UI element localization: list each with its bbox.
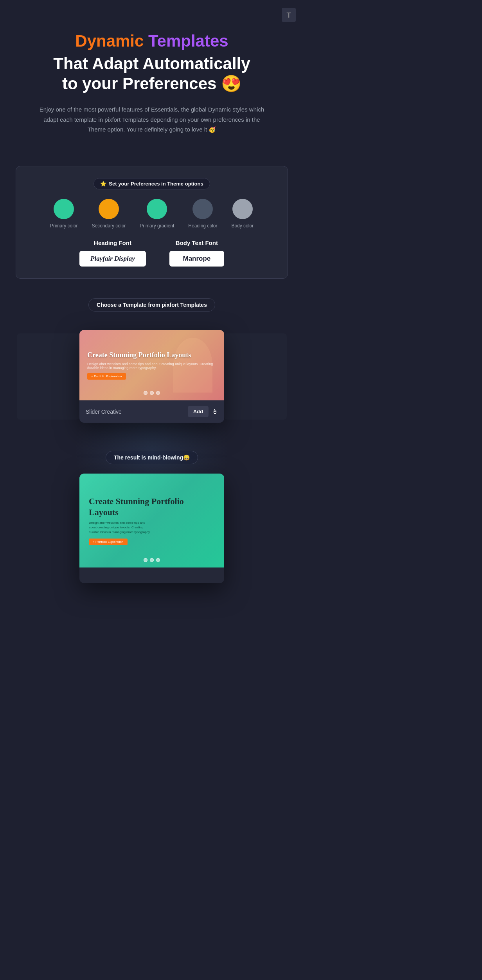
color-primary[interactable]: Primary color: [50, 199, 78, 229]
result-dot-3: [156, 558, 160, 562]
result-badge: The result is mind-blowing 😄: [106, 451, 198, 464]
dot-2: [150, 391, 154, 395]
color-body[interactable]: Body color: [231, 199, 254, 229]
primary-color-swatch[interactable]: [54, 199, 74, 219]
body-color-swatch[interactable]: [232, 199, 253, 219]
heading-font-pill[interactable]: Playfair Display: [79, 251, 146, 267]
dynamic-word: Dynamic: [75, 32, 144, 50]
choose-template-label: Choose a Template from pixfort Templates: [97, 302, 207, 308]
hero-title-line3: to your Preferences 😍: [16, 74, 288, 94]
template-preview-btn: + Portfolio Exploration: [87, 373, 126, 380]
template-main-card: Create Stunning Portfolio Layouts Design…: [79, 330, 224, 423]
hero-title-line2: That Adapt Automatically: [16, 54, 288, 74]
template-preview-body: Design after websites and some tips and …: [87, 362, 216, 370]
result-preview-area: Create Stunning Portfolio Layouts Design…: [79, 474, 224, 567]
result-label: The result is mind-blowing: [114, 454, 183, 461]
result-emoji: 😄: [183, 454, 190, 461]
body-font-group: Body Text Font Manrope: [169, 240, 224, 267]
badge-label: Set your Preferences in Theme options: [109, 181, 203, 187]
template-section: Create Stunning Portfolio Layouts Design…: [0, 326, 304, 427]
result-preview-btn: + Portfolio Exploration: [89, 539, 128, 545]
templates-word: Templates: [148, 32, 228, 50]
template-side-right: [224, 333, 287, 420]
result-preview-card: Create Stunning Portfolio Layouts Design…: [79, 474, 224, 583]
fonts-row: Heading Font Playfair Display Body Text …: [24, 240, 280, 267]
result-section: The result is mind-blowing 😄 Create Stun…: [0, 451, 304, 607]
body-color-label: Body color: [231, 223, 254, 229]
template-footer: Slider Creative Add 🖱: [79, 400, 224, 423]
heading-font-label: Heading Font: [94, 240, 131, 246]
heading-color-label: Heading color: [188, 223, 217, 229]
secondary-color-label: Secondary color: [92, 223, 126, 229]
template-dots: [144, 391, 160, 395]
result-dots: [144, 558, 160, 562]
color-secondary[interactable]: Secondary color: [92, 199, 126, 229]
hero-title: Dynamic Templates: [16, 31, 288, 51]
add-template-button[interactable]: Add: [188, 406, 209, 417]
dot-1: [144, 391, 147, 395]
choose-template-badge: Choose a Template from pixfort Templates: [88, 298, 215, 312]
color-primary-gradient[interactable]: Primary gradient: [140, 199, 174, 229]
badge-star-icon: ⭐: [100, 181, 106, 187]
primary-gradient-swatch[interactable]: [147, 199, 167, 219]
cursor-icon: 🖱: [212, 408, 218, 415]
result-preview-body: Design after websites and some tips and …: [89, 521, 151, 535]
heading-color-swatch[interactable]: [192, 199, 213, 219]
colors-row: Primary color Secondary color Primary gr…: [24, 199, 280, 229]
template-name: Slider Creative: [86, 409, 122, 415]
preferences-box: ⭐ Set your Preferences in Theme options …: [16, 166, 288, 279]
body-font-label: Body Text Font: [176, 240, 218, 246]
hero-section: Dynamic Templates That Adapt Automatical…: [0, 0, 304, 150]
heading-font-group: Heading Font Playfair Display: [79, 240, 146, 267]
primary-gradient-label: Primary gradient: [140, 223, 174, 229]
svg-text:T: T: [287, 11, 291, 19]
result-dot-2: [150, 558, 154, 562]
dot-3: [156, 391, 160, 395]
body-font-pill[interactable]: Manrope: [169, 251, 224, 267]
top-logo: T: [282, 8, 296, 22]
preferences-badge: ⭐ Set your Preferences in Theme options: [94, 178, 210, 189]
template-side-left: [17, 333, 79, 420]
result-preview-heading: Create Stunning Portfolio Layouts: [89, 496, 215, 518]
primary-color-label: Primary color: [50, 223, 78, 229]
result-footer: [79, 567, 224, 583]
secondary-color-swatch[interactable]: [99, 199, 119, 219]
color-heading[interactable]: Heading color: [188, 199, 217, 229]
template-preview-area: Create Stunning Portfolio Layouts Design…: [79, 330, 224, 400]
hero-emoji: 😍: [221, 74, 241, 93]
hero-subtitle: Enjoy one of the most powerful features …: [34, 104, 269, 135]
template-preview-heading: Create Stunning Portfolio Layouts: [87, 351, 216, 360]
result-dot-1: [144, 558, 147, 562]
